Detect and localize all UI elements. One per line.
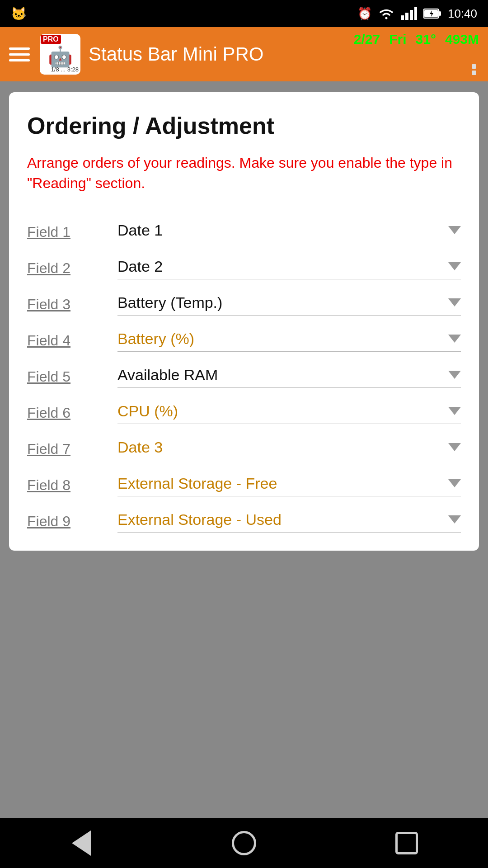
status-time: 10:40 <box>448 7 477 21</box>
nav-bar <box>0 818 488 868</box>
field-value-3: Battery (Temp.) <box>117 294 444 311</box>
chevron-down-icon-1 <box>448 226 461 234</box>
stat-day: Fri <box>389 32 406 47</box>
home-button[interactable] <box>221 818 267 868</box>
field-row: Field 7Date 3 <box>27 429 461 465</box>
cat-icon: 🐱 <box>11 6 27 21</box>
field-select-6[interactable]: CPU (%) <box>117 402 461 424</box>
field-select-7[interactable]: Date 3 <box>117 439 461 460</box>
field-select-1[interactable]: Date 1 <box>117 222 461 243</box>
chevron-down-icon-6 <box>448 407 461 415</box>
field-value-6: CPU (%) <box>117 402 444 420</box>
svg-rect-3 <box>414 7 417 20</box>
svg-rect-0 <box>401 15 404 20</box>
stat-temp: 31° <box>416 32 436 47</box>
stat-mem: 493M <box>445 32 479 47</box>
chevron-down-icon-2 <box>448 262 461 270</box>
field-label-6: Field 6 <box>27 405 117 421</box>
wifi-icon <box>378 7 394 20</box>
signal-icon <box>401 7 417 20</box>
field-label-5: Field 5 <box>27 368 117 385</box>
field-select-8[interactable]: External Storage - Free <box>117 475 461 496</box>
field-label-7: Field 7 <box>27 441 117 458</box>
pro-badge: PRO <box>41 35 61 44</box>
ordering-card: Ordering / Adjustment Arrange orders of … <box>9 92 479 551</box>
status-bar-right: ⏰ 10:40 <box>357 7 477 21</box>
app-bar: PRO 🤖 1/8 ... 3:28 Status Bar Mini PRO 2… <box>0 27 488 81</box>
chevron-down-icon-5 <box>448 371 461 379</box>
card-subtitle: Arrange orders of your readings. Make su… <box>27 153 461 193</box>
fields-container: Field 1Date 1Field 2Date 2Field 3Battery… <box>27 212 461 537</box>
field-select-2[interactable]: Date 2 <box>117 258 461 279</box>
field-row: Field 6CPU (%) <box>27 392 461 429</box>
field-row: Field 3Battery (Temp.) <box>27 284 461 320</box>
field-select-9[interactable]: External Storage - Used <box>117 511 461 533</box>
field-row: Field 9External Storage - Used <box>27 501 461 537</box>
field-label-1: Field 1 <box>27 224 117 241</box>
back-button[interactable] <box>59 818 104 868</box>
chevron-down-icon-3 <box>448 298 461 307</box>
recents-icon <box>395 832 418 854</box>
main-content: Ordering / Adjustment Arrange orders of … <box>0 81 488 818</box>
field-label-4: Field 4 <box>27 332 117 349</box>
svg-rect-5 <box>439 11 441 16</box>
field-select-5[interactable]: Available RAM <box>117 366 461 388</box>
chevron-down-icon-9 <box>448 515 461 524</box>
chevron-down-icon-8 <box>448 479 461 487</box>
menu-button[interactable] <box>9 43 32 66</box>
field-select-3[interactable]: Battery (Temp.) <box>117 294 461 316</box>
field-value-1: Date 1 <box>117 222 444 239</box>
chevron-down-icon-4 <box>448 335 461 343</box>
alarm-icon: ⏰ <box>357 7 372 21</box>
field-row: Field 8External Storage - Free <box>27 465 461 501</box>
field-label-2: Field 2 <box>27 260 117 277</box>
back-icon <box>72 830 91 856</box>
home-icon <box>232 831 256 855</box>
card-title: Ordering / Adjustment <box>27 112 461 139</box>
svg-rect-2 <box>410 10 413 20</box>
stat-date: 2/27 <box>354 32 380 47</box>
field-row: Field 1Date 1 <box>27 212 461 248</box>
more-options-button[interactable] <box>472 64 476 75</box>
field-value-8: External Storage - Free <box>117 475 444 492</box>
app-bar-stats: 2/27 Fri 31° 493M <box>354 32 479 47</box>
field-select-4[interactable]: Battery (%) <box>117 330 461 352</box>
field-label-9: Field 9 <box>27 513 117 530</box>
field-label-8: Field 8 <box>27 477 117 494</box>
field-value-9: External Storage - Used <box>117 511 444 528</box>
svg-rect-1 <box>405 13 408 20</box>
chevron-down-icon-7 <box>448 443 461 451</box>
status-bar: 🐱 ⏰ 10:40 <box>0 0 488 27</box>
field-row: Field 2Date 2 <box>27 248 461 284</box>
field-row: Field 5Available RAM <box>27 356 461 392</box>
icon-subtitle: 1/8 ... 3:28 <box>51 66 79 73</box>
battery-icon <box>423 7 441 20</box>
field-value-4: Battery (%) <box>117 330 444 348</box>
recents-button[interactable] <box>384 818 429 868</box>
app-icon: PRO 🤖 1/8 ... 3:28 <box>40 34 80 75</box>
field-row: Field 4Battery (%) <box>27 320 461 356</box>
field-value-5: Available RAM <box>117 366 444 384</box>
robot-icon: 🤖 <box>48 47 73 66</box>
status-bar-left: 🐱 <box>11 6 27 21</box>
field-value-2: Date 2 <box>117 258 444 275</box>
field-label-3: Field 3 <box>27 296 117 313</box>
field-value-7: Date 3 <box>117 439 444 456</box>
